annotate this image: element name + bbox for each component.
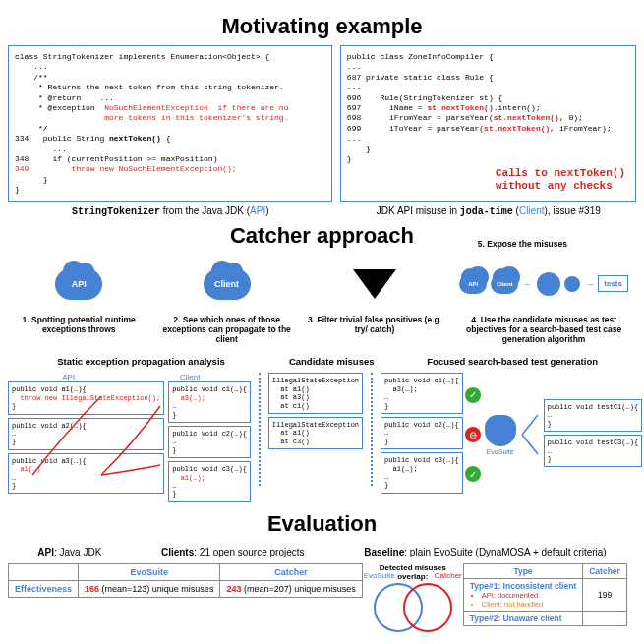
cloud-client-icon: Client (204, 268, 251, 300)
eval-row: EvoSuiteCatcher Effectiveness 166 (mean=… (8, 563, 636, 637)
nope-icon: ⊖ (465, 427, 481, 442)
code-row: class StringTokenizer implements Enumera… (8, 45, 636, 202)
cloud-sm-client-icon: Client (491, 274, 518, 294)
step-1: API 1. Spotting potential runtime except… (8, 257, 149, 344)
tests-box: tests (598, 275, 628, 292)
focused-c2-box: public void c2(…){ … } (381, 417, 463, 449)
caption-left: StringTokenizer from the Java JDK (API) (8, 205, 333, 217)
candidate-1-box: IllegalStateException at a1() at a3() at… (268, 373, 363, 414)
test-c1-box: public void testC1(…){ … } (544, 399, 642, 432)
venn-diagram: EvoSuite Catcher (369, 583, 457, 637)
step-4: API Client → → tests 4. Use the candidat… (451, 257, 636, 344)
gear-icon (537, 272, 560, 296)
steps-row: 5. Expose the misuses API 1. Spotting po… (8, 257, 636, 344)
type-table: TypeCatcher Type#1: Inconsistent clientA… (463, 563, 627, 626)
dotted-sep-2 (371, 373, 373, 486)
check-icon: ✓ (465, 387, 481, 403)
evosuite-icon (485, 415, 516, 446)
detail-row: APIClient public void a1(…){ throw new I… (8, 373, 636, 504)
client-c2-box: public void c2(…){ … } (168, 426, 251, 458)
dotted-sep-1 (259, 373, 261, 486)
focused-c3-box: public void c3(…){ a1(…); … } (381, 452, 463, 494)
api-a1-box: public void a1(…){ throw new IllegalStat… (8, 381, 164, 414)
check-icon-2: ✓ (465, 466, 481, 482)
focused-c1-box: public void c1(…){ a3(…); … } (381, 373, 463, 414)
caption-right: JDK API misuse in joda-time (Client), is… (341, 205, 636, 217)
cloud-api-icon: API (55, 268, 102, 300)
title-evaluation: Evaluation (8, 511, 636, 537)
subheaders-row: Static exception propagation analysis Ca… (8, 356, 636, 367)
client-c1-box: public void c1(…){ a3(…); … } (168, 381, 251, 423)
step-2: Client 2. See which ones of those except… (155, 257, 297, 344)
step5-label: 5. Expose the misuses (478, 239, 567, 249)
funnel-icon (353, 269, 396, 299)
api-a2-box: public void a2(…){ … } (8, 418, 164, 450)
client-c3-box: public void c3(…){ a1(…); … } (168, 461, 251, 502)
code-left: class StringTokenizer implements Enumera… (8, 45, 332, 202)
api-a3-box: public void a3(…){ a1(…) … } (8, 453, 164, 495)
eval-info-row: API: Java JDK Clients: 21 open source pr… (8, 547, 636, 557)
candidate-2-box: IllegalStateException at a1() at c3() (268, 417, 363, 449)
callout-text: Calls to nextToken()without any checks (496, 167, 625, 193)
cloud-sm-api-icon: API (459, 274, 487, 294)
test-c3-box: public void testC3(…){ … } (544, 435, 642, 467)
gear-sm-icon (564, 276, 580, 292)
code-right: public class ZoneInfoCompiler { ... 687 … (340, 45, 636, 202)
title-motivating: Motivating example (8, 14, 636, 39)
step-3: 3. Filter trivial false positives (e.g. … (304, 257, 445, 344)
effectiveness-table: EvoSuiteCatcher Effectiveness 166 (mean=… (8, 563, 363, 598)
